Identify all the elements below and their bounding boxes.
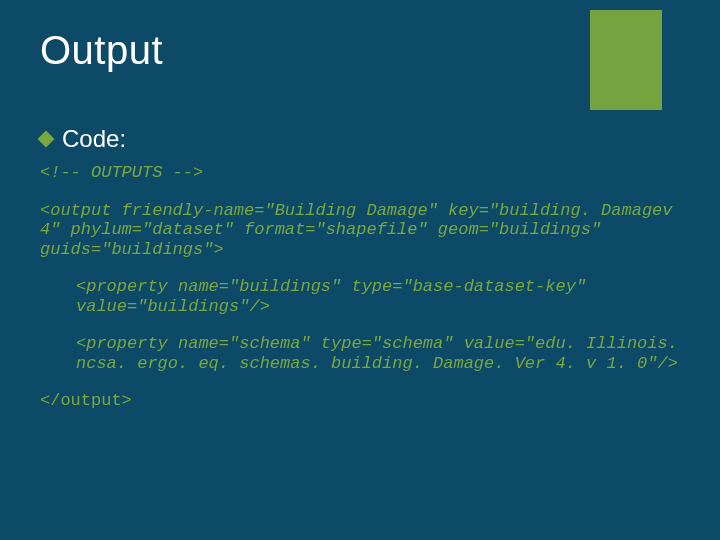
code-line-4: <property name="schema" type="schema" va… [40,334,680,373]
code-line-2: <output friendly-name="Building Damage" … [40,201,680,260]
slide-title: Output [40,28,680,73]
code-line-1: <!-- OUTPUTS --> [40,163,680,183]
bullet-label: Code: [62,125,126,153]
code-line-5: </output> [40,391,680,411]
code-line-3: <property name="buildings" type="base-da… [40,277,680,316]
bullet-diamond-icon [38,131,55,148]
slide: Output Code: <!-- OUTPUTS --> <output fr… [0,0,720,540]
bullet-row: Code: [40,125,680,153]
code-block: <!-- OUTPUTS --> <output friendly-name="… [40,163,680,411]
accent-decoration [590,10,662,110]
